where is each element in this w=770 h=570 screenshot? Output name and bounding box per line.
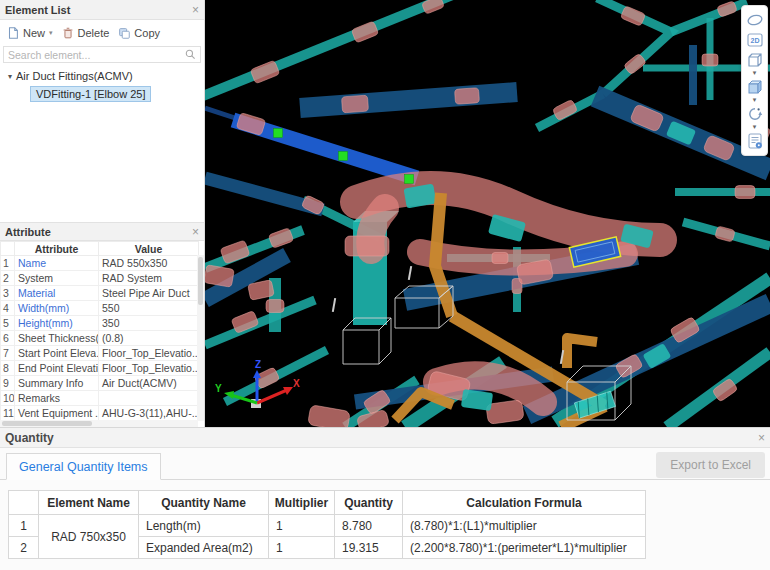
new-button[interactable]: New ▾ — [4, 25, 55, 41]
attribute-row[interactable]: 4 Width(mm) 550 — [1, 301, 199, 316]
cube-wireframe-dropdown-caret-icon[interactable]: ▾ — [753, 70, 757, 77]
rotate-view-dropdown-caret-icon[interactable]: ▾ — [753, 124, 757, 131]
quantity-panel: Quantity × General Quantity Items Export… — [0, 427, 770, 570]
quantity-close-icon[interactable]: × — [758, 432, 765, 444]
element-list-toolbar: New ▾ Delete Copy — [0, 20, 204, 45]
copy-button-label: Copy — [134, 27, 160, 39]
grip-handle — [405, 175, 414, 184]
rotate-view-icon[interactable] — [744, 104, 766, 124]
attribute-titlebar: Attribute × — [0, 223, 204, 241]
new-button-label: New — [23, 27, 45, 39]
attribute-row[interactable]: 2 System RAD System — [1, 271, 199, 286]
attr-col-header: Attribute — [15, 242, 99, 256]
search-icon — [185, 49, 196, 60]
attribute-title: Attribute — [5, 226, 51, 238]
axis-x-label: X — [293, 378, 300, 389]
viewport-3d-scene[interactable]: Z X Y — [205, 0, 770, 427]
cube-wireframe-icon[interactable] — [744, 50, 766, 70]
cube-shaded-icon[interactable] — [744, 77, 766, 97]
element-list-title: Element List — [5, 4, 70, 16]
col-quantity: Quantity — [335, 491, 403, 515]
bim-app-window: Element List × New ▾ Delete — [0, 0, 770, 570]
tree-group-air-duct-fittings[interactable]: ▾ Air Duct Fittings(ACMV) — [8, 70, 204, 82]
col-element-name: Element Name — [39, 491, 139, 515]
attribute-row[interactable]: 9 Summary Info Air Duct(ACMV) — [1, 376, 199, 391]
element-list-titlebar: Element List × — [0, 0, 204, 20]
attribute-row[interactable]: 11 Vent Equipment ... AHU-G-3(11),AHU-..… — [1, 406, 199, 421]
delete-button-label: Delete — [78, 27, 110, 39]
quantity-table: Element Name Quantity Name Multiplier Qu… — [8, 490, 646, 559]
attribute-table: Attribute Value 1 Name RAD 550x350 2 Sys… — [0, 241, 199, 421]
viewport-3d[interactable]: Z X Y 2D ▾ ▾ ▾ — [205, 0, 770, 427]
trash-icon — [61, 26, 75, 40]
attribute-row[interactable]: 5 Height(mm) 350 — [1, 316, 199, 331]
element-list-panel: Element List × New ▾ Delete — [0, 0, 205, 222]
grip-handle — [339, 152, 348, 161]
axis-z-label: Z — [255, 359, 261, 370]
tree-group-label: Air Duct Fittings(ACMV) — [16, 70, 133, 82]
attribute-row[interactable]: 10 Remarks — [1, 391, 199, 406]
attribute-row[interactable]: 8 End Point Elevati... Floor_Top_Elevati… — [1, 361, 199, 376]
section-plane-icon[interactable] — [744, 10, 766, 30]
quantity-header-row: Element Name Quantity Name Multiplier Qu… — [9, 491, 646, 515]
quantity-tab-strip: General Quantity Items Export to Excel — [0, 448, 770, 480]
element-tree: ▾ Air Duct Fittings(ACMV) VDFitting-1 [E… — [0, 64, 204, 102]
element-name-cell: RAD 750x350 — [39, 515, 139, 559]
view-toolbar: 2D ▾ ▾ ▾ — [741, 5, 768, 156]
copy-button[interactable]: Copy — [115, 25, 162, 41]
tree-item-vdfitting-selected[interactable]: VDFitting-1 [Elbow 25] — [30, 86, 151, 102]
tree-expand-caret-icon[interactable]: ▾ — [8, 72, 12, 81]
value-col-header: Value — [99, 242, 199, 256]
search-box — [3, 46, 201, 63]
quantity-row[interactable]: 1 RAD 750x350 Length(m) 1 8.780 (8.780)*… — [9, 515, 646, 537]
attribute-row[interactable]: 3 Material Steel Pipe Air Duct — [1, 286, 199, 301]
2d-view-icon[interactable]: 2D — [744, 30, 766, 50]
col-calculation-formula: Calculation Formula — [403, 491, 646, 515]
new-page-icon — [6, 26, 20, 40]
view-settings-icon[interactable] — [744, 131, 766, 151]
new-dropdown-caret-icon[interactable]: ▾ — [49, 29, 53, 37]
attribute-row[interactable]: 7 Start Point Eleva... Floor_Top_Elevati… — [1, 346, 199, 361]
col-quantity-name: Quantity Name — [139, 491, 269, 515]
quantity-titlebar: Quantity × — [0, 428, 770, 448]
attribute-vertical-scrollbar[interactable] — [197, 255, 204, 421]
grip-handle — [274, 129, 283, 138]
copy-icon — [117, 26, 131, 40]
axis-y-label: Y — [215, 383, 222, 394]
attribute-row[interactable]: 1 Name RAD 550x350 — [1, 256, 199, 271]
cube-shaded-dropdown-caret-icon[interactable]: ▾ — [753, 97, 757, 104]
search-input[interactable] — [8, 49, 185, 61]
element-list-close-icon[interactable]: × — [192, 4, 199, 16]
svg-text:2D: 2D — [750, 37, 759, 44]
attribute-panel: Attribute × Attribute Value 1 Name RAD 5… — [0, 222, 205, 427]
quantity-title: Quantity — [5, 431, 54, 445]
attribute-close-icon[interactable]: × — [192, 226, 199, 238]
export-to-excel-button[interactable]: Export to Excel — [656, 452, 765, 478]
attribute-horizontal-scrollbar[interactable] — [0, 420, 198, 427]
delete-button[interactable]: Delete — [59, 25, 112, 41]
col-multiplier: Multiplier — [269, 491, 335, 515]
tab-general-quantity-items[interactable]: General Quantity Items — [6, 453, 161, 480]
attribute-row[interactable]: 6 Sheet Thickness(... (0.8) — [1, 331, 199, 346]
